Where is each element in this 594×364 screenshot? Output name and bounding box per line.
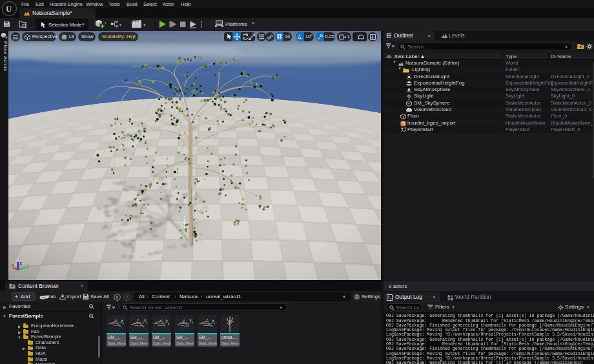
svg-text:z: z	[20, 260, 23, 266]
svg-text:▼: ▼	[119, 23, 122, 27]
svg-text:▼: ▼	[143, 23, 146, 27]
svg-text:x: x	[12, 263, 14, 267]
svg-text:▼: ▼	[104, 21, 106, 25]
svg-text:y: y	[26, 263, 29, 268]
